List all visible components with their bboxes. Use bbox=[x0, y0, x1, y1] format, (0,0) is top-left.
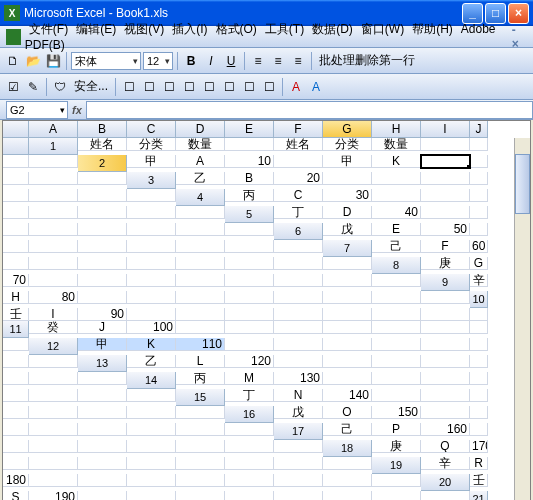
cell[interactable]: 庚 bbox=[372, 440, 421, 453]
cell[interactable] bbox=[127, 423, 176, 436]
cell[interactable]: 80 bbox=[29, 291, 78, 304]
cell[interactable]: 110 bbox=[176, 338, 225, 351]
menu-item[interactable]: 窗口(W) bbox=[357, 20, 408, 38]
cell[interactable] bbox=[78, 389, 127, 402]
cell[interactable]: 壬 bbox=[3, 308, 29, 321]
cell[interactable] bbox=[176, 423, 225, 436]
cell[interactable] bbox=[225, 338, 274, 351]
row-header[interactable]: 5 bbox=[225, 206, 274, 223]
cell[interactable] bbox=[225, 457, 274, 470]
cell[interactable] bbox=[421, 308, 470, 321]
cell[interactable] bbox=[127, 257, 176, 270]
tb-d[interactable]: ☐ bbox=[180, 78, 198, 96]
font-name-combo[interactable]: 宋体 bbox=[71, 52, 141, 70]
cell[interactable] bbox=[225, 138, 274, 151]
cell[interactable] bbox=[323, 491, 372, 500]
cell[interactable]: 甲 bbox=[127, 155, 176, 168]
cell[interactable]: N bbox=[274, 389, 323, 402]
col-header[interactable]: E bbox=[225, 121, 274, 138]
cell[interactable] bbox=[470, 223, 488, 236]
cell[interactable] bbox=[176, 291, 225, 304]
cell[interactable] bbox=[470, 321, 488, 334]
cell[interactable] bbox=[78, 491, 127, 500]
cell[interactable] bbox=[3, 206, 29, 219]
cell[interactable] bbox=[78, 189, 127, 202]
cell[interactable] bbox=[274, 257, 323, 270]
font-color-button[interactable]: A bbox=[287, 78, 305, 96]
cell[interactable]: 癸 bbox=[29, 321, 78, 334]
cell[interactable] bbox=[274, 491, 323, 500]
cell[interactable]: P bbox=[372, 423, 421, 436]
cell[interactable]: 戊 bbox=[323, 223, 372, 236]
cell[interactable] bbox=[274, 355, 323, 368]
col-header[interactable]: G bbox=[323, 121, 372, 138]
menu-item[interactable]: 帮助(H) bbox=[408, 20, 457, 38]
cell[interactable] bbox=[3, 355, 29, 368]
fill-color-button[interactable]: A bbox=[307, 78, 325, 96]
cell[interactable] bbox=[323, 274, 372, 287]
menu-item[interactable]: 编辑(E) bbox=[72, 20, 120, 38]
cell[interactable]: A bbox=[176, 155, 225, 168]
cell[interactable] bbox=[225, 274, 274, 287]
cell[interactable] bbox=[421, 321, 470, 334]
row-header[interactable]: 21 bbox=[470, 491, 488, 500]
cell[interactable]: 70 bbox=[3, 274, 29, 287]
cell[interactable] bbox=[372, 189, 421, 202]
cell[interactable] bbox=[29, 372, 78, 385]
cell[interactable] bbox=[323, 355, 372, 368]
save-button[interactable]: 💾 bbox=[44, 52, 62, 70]
cell[interactable]: R bbox=[470, 457, 488, 470]
cell[interactable]: C bbox=[274, 189, 323, 202]
cell[interactable]: 160 bbox=[421, 423, 470, 436]
cell[interactable]: 100 bbox=[127, 321, 176, 334]
cell[interactable]: S bbox=[3, 491, 29, 500]
cell[interactable]: M bbox=[225, 372, 274, 385]
cell[interactable] bbox=[127, 206, 176, 219]
cell[interactable] bbox=[323, 321, 372, 334]
col-header[interactable]: A bbox=[29, 121, 78, 138]
cell[interactable] bbox=[176, 257, 225, 270]
col-header[interactable]: I bbox=[421, 121, 470, 138]
col-header[interactable]: F bbox=[274, 121, 323, 138]
col-header[interactable]: C bbox=[127, 121, 176, 138]
row-header[interactable]: 7 bbox=[323, 240, 372, 257]
cell[interactable]: L bbox=[176, 355, 225, 368]
cell[interactable]: G bbox=[470, 257, 488, 270]
cell[interactable] bbox=[470, 389, 488, 402]
cell[interactable] bbox=[29, 474, 78, 487]
cell[interactable]: 甲 bbox=[323, 155, 372, 168]
cell[interactable]: 分类 bbox=[323, 138, 372, 151]
cell[interactable] bbox=[372, 172, 421, 185]
cell[interactable] bbox=[470, 406, 488, 419]
cell[interactable]: E bbox=[372, 223, 421, 236]
tb-h[interactable]: ☐ bbox=[260, 78, 278, 96]
cell[interactable]: 丙 bbox=[225, 189, 274, 202]
cell[interactable] bbox=[3, 440, 29, 453]
cell[interactable] bbox=[3, 457, 29, 470]
bold-button[interactable]: B bbox=[182, 52, 200, 70]
cell[interactable] bbox=[421, 206, 470, 219]
cell[interactable] bbox=[274, 321, 323, 334]
align-left-button[interactable]: ≡ bbox=[249, 52, 267, 70]
row-header[interactable]: 18 bbox=[323, 440, 372, 457]
cell[interactable] bbox=[78, 240, 127, 253]
cell[interactable]: 150 bbox=[372, 406, 421, 419]
tb-g[interactable]: ☐ bbox=[240, 78, 258, 96]
select-all-corner[interactable] bbox=[3, 121, 29, 138]
cell[interactable] bbox=[3, 423, 29, 436]
cell[interactable]: 己 bbox=[323, 423, 372, 436]
underline-button[interactable]: U bbox=[222, 52, 240, 70]
name-box[interactable]: G2 bbox=[6, 101, 68, 119]
cell[interactable] bbox=[470, 189, 488, 202]
cell[interactable] bbox=[274, 474, 323, 487]
cell[interactable]: O bbox=[323, 406, 372, 419]
cell[interactable] bbox=[3, 240, 29, 253]
cell[interactable]: 50 bbox=[421, 223, 470, 236]
cell[interactable]: 分类 bbox=[127, 138, 176, 151]
cell[interactable] bbox=[470, 372, 488, 385]
cell[interactable]: K bbox=[372, 155, 421, 168]
cell[interactable] bbox=[3, 257, 29, 270]
cell[interactable] bbox=[176, 457, 225, 470]
cell[interactable] bbox=[421, 138, 470, 151]
cell[interactable] bbox=[29, 257, 78, 270]
